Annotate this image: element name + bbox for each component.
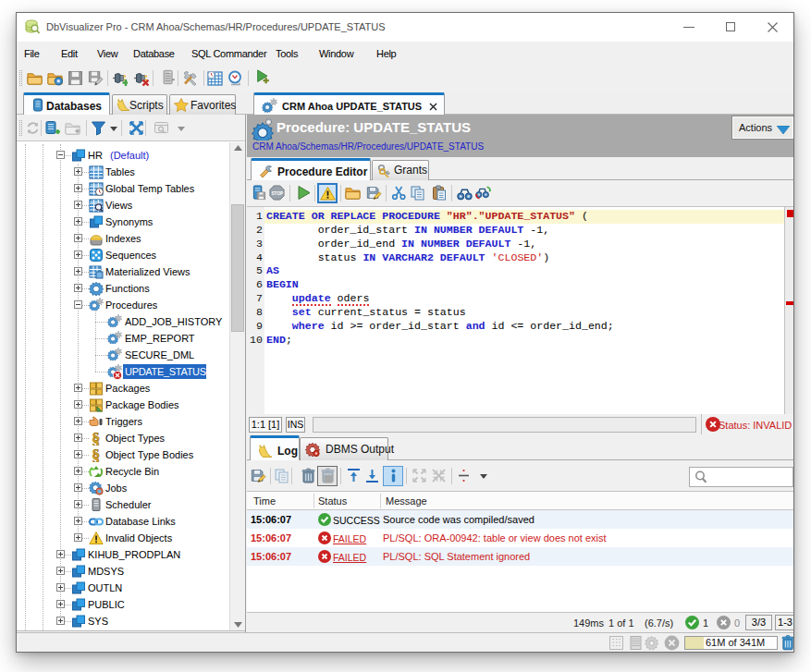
svg-text:STOP: STOP (271, 191, 283, 196)
